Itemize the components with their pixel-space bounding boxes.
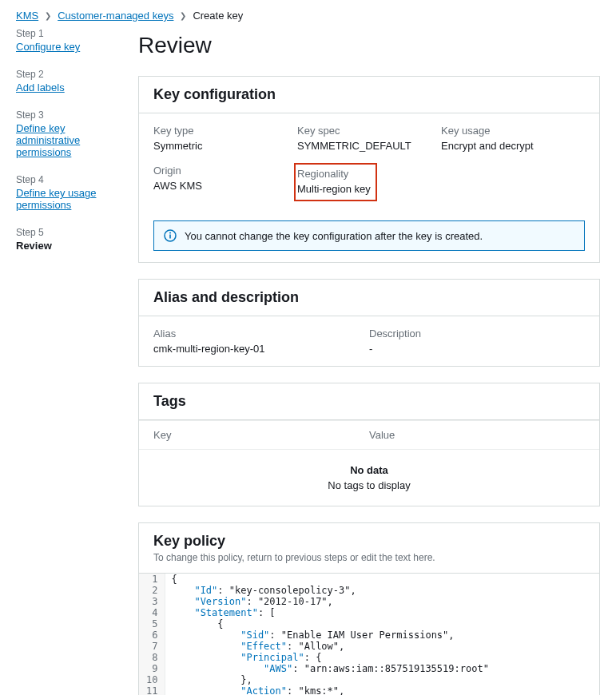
panel-key-policy: Key policy To change this policy, return…: [138, 522, 600, 695]
info-icon: [164, 229, 177, 242]
breadcrumb-kms[interactable]: KMS: [16, 10, 38, 22]
sidebar-link-configure-key[interactable]: Configure key: [16, 41, 80, 53]
kv-key-spec: Key spec SYMMETRIC_DEFAULT: [297, 125, 441, 152]
breadcrumb-current: Create key: [193, 10, 243, 22]
tags-table-header: Key Value: [139, 420, 599, 450]
panel-key-configuration: Key configuration Key type Symmetric Key…: [138, 76, 600, 263]
heading-key-config: Key configuration: [153, 86, 585, 103]
heading-tags: Tags: [153, 393, 585, 410]
kv-alias: Alias cmk-multi-region-key-01: [153, 328, 369, 355]
sidebar-current-review: Review: [16, 240, 52, 252]
heading-alias: Alias and description: [153, 289, 585, 306]
sidebar-link-usage-perms[interactable]: Define key usage permissions: [16, 187, 96, 211]
kv-description: Description -: [369, 328, 585, 355]
info-alert: You cannot change the key configuration …: [153, 220, 585, 251]
info-alert-text: You cannot change the key configuration …: [185, 230, 483, 242]
kv-key-type: Key type Symmetric: [153, 125, 297, 152]
heading-key-policy: Key policy: [153, 533, 585, 550]
tags-col-key: Key: [153, 429, 369, 441]
sidebar-step-3: Step 3 Define key administrative permiss…: [16, 109, 118, 158]
kv-regionality: Regionality Multi-region key: [297, 165, 441, 200]
policy-editor[interactable]: 1{2 "Id": "key-consolepolicy-3",3 "Versi…: [139, 574, 599, 695]
sidebar-link-add-labels[interactable]: Add labels: [16, 81, 65, 93]
sidebar-link-admin-perms[interactable]: Define key administrative permissions: [16, 122, 80, 158]
sidebar-step-4: Step 4 Define key usage permissions: [16, 174, 118, 211]
kv-key-usage: Key usage Encrypt and decrypt: [441, 125, 585, 152]
chevron-right-icon: ❯: [45, 11, 51, 20]
chevron-right-icon: ❯: [180, 11, 186, 20]
svg-point-2: [169, 232, 171, 234]
sidebar-step-5: Step 5 Review: [16, 227, 118, 252]
breadcrumb-cmk[interactable]: Customer-managed keys: [58, 10, 173, 22]
svg-rect-1: [169, 235, 171, 239]
page-title: Review: [138, 33, 600, 58]
wizard-sidebar: Step 1 Configure key Step 2 Add labels S…: [0, 28, 126, 695]
kv-origin: Origin AWS KMS: [153, 165, 297, 200]
panel-tags: Tags Key Value No data No tags to displa…: [138, 383, 600, 506]
tags-empty-state: No data No tags to display: [139, 450, 599, 506]
key-policy-subtitle: To change this policy, return to previou…: [153, 552, 585, 563]
breadcrumb: KMS ❯ Customer-managed keys ❯ Create key: [0, 0, 616, 28]
tags-col-value: Value: [369, 429, 585, 441]
sidebar-step-1: Step 1 Configure key: [16, 28, 118, 53]
sidebar-step-2: Step 2 Add labels: [16, 69, 118, 93]
panel-alias-description: Alias and description Alias cmk-multi-re…: [138, 279, 600, 367]
